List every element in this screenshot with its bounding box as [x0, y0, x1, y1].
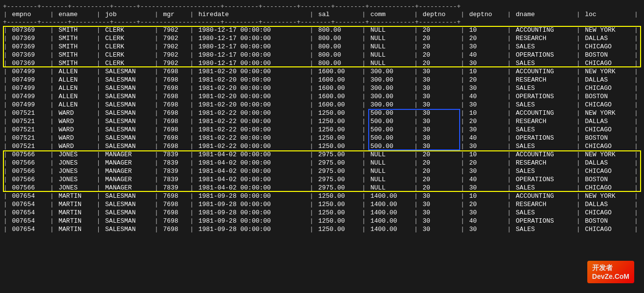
- separator-row: +--------+-------+----------+------+----…: [3, 3, 641, 10]
- table-row: | 007499 | ALLEN | SALESMAN | 7698 | 198…: [3, 101, 641, 109]
- table-row: | 007654 | MARTIN | SALESMAN | 7698 | 19…: [3, 217, 641, 225]
- watermark: 开发者DevZe.CoM: [587, 261, 634, 283]
- table-row: | 007499 | ALLEN | SALESMAN | 7698 | 198…: [3, 76, 641, 84]
- table-row: | 007521 | WARD | SALESMAN | 7698 | 1981…: [3, 142, 641, 150]
- table-row: | 007369 | SMITH | CLERK | 7902 | 1980-1…: [3, 26, 641, 34]
- table-row: | 007369 | SMITH | CLERK | 7902 | 1980-1…: [3, 51, 641, 59]
- table-row: | 007521 | WARD | SALESMAN | 7698 | 1981…: [3, 117, 641, 126]
- table-row: | 007521 | WARD | SALESMAN | 7698 | 1981…: [3, 134, 641, 142]
- table-row: | 007499 | ALLEN | SALESMAN | 7698 | 198…: [3, 67, 641, 76]
- terminal-window: +--------+-------+----------+------+----…: [0, 0, 644, 293]
- table-row: | 007499 | ALLEN | SALESMAN | 7698 | 198…: [3, 92, 641, 101]
- table-row: | 007566 | JONES | MANAGER | 7839 | 1981…: [3, 150, 641, 159]
- table-row: | 007654 | MARTIN | SALESMAN | 7698 | 19…: [3, 225, 641, 233]
- table-row: | 007369 | SMITH | CLERK | 7902 | 1980-1…: [3, 34, 641, 42]
- header-row: | empno | ename | job | mgr | hiredate |…: [3, 10, 641, 19]
- separator-row: +--------+-------+----------+------+----…: [3, 19, 641, 26]
- results-table: +--------+-------+----------+------+----…: [3, 3, 641, 233]
- table-row: | 007521 | WARD | SALESMAN | 7698 | 1981…: [3, 109, 641, 117]
- table-row: | 007369 | SMITH | CLERK | 7902 | 1980-1…: [3, 42, 641, 51]
- table-container: +--------+-------+----------+------+----…: [0, 3, 644, 235]
- table-row: | 007566 | JONES | MANAGER | 7839 | 1981…: [3, 167, 641, 175]
- table-row: | 007499 | ALLEN | SALESMAN | 7698 | 198…: [3, 84, 641, 92]
- table-row: | 007369 | SMITH | CLERK | 7902 | 1980-1…: [3, 59, 641, 67]
- table-row: | 007654 | MARTIN | SALESMAN | 7698 | 19…: [3, 200, 641, 209]
- table-row: | 007654 | MARTIN | SALESMAN | 7698 | 19…: [3, 192, 641, 200]
- table-row: | 007521 | WARD | SALESMAN | 7698 | 1981…: [3, 126, 641, 134]
- table-row: | 007566 | JONES | MANAGER | 7839 | 1981…: [3, 184, 641, 192]
- table-row: | 007654 | MARTIN | SALESMAN | 7698 | 19…: [3, 209, 641, 217]
- table-row: | 007566 | JONES | MANAGER | 7839 | 1981…: [3, 175, 641, 184]
- table-row: | 007566 | JONES | MANAGER | 7839 | 1981…: [3, 159, 641, 167]
